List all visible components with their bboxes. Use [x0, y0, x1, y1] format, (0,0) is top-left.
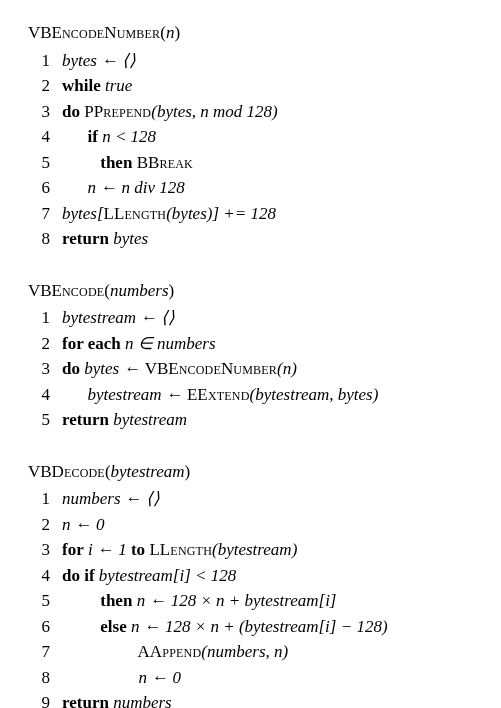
code-text: bytestream	[109, 410, 187, 429]
keyword: to	[131, 540, 145, 559]
keyword: return	[62, 410, 109, 429]
line-number: 6	[28, 175, 62, 201]
func-call: VBEncodeNumber	[145, 359, 277, 378]
keyword: then	[100, 153, 132, 172]
code-line: 6 n ← n div 128	[28, 175, 473, 201]
code-line: 4do if bytestream[i] < 128	[28, 563, 473, 589]
code-text: n ← 0	[139, 668, 182, 687]
code-line: 7bytes[LLength(bytes)] += 128	[28, 201, 473, 227]
code-line: 9return numbers	[28, 690, 473, 708]
arg: numbers	[110, 281, 169, 300]
line-number: 7	[28, 201, 62, 227]
code-text: bytes ←	[80, 359, 145, 378]
code-text: bytes[	[62, 204, 104, 223]
keyword: else	[100, 617, 126, 636]
line-number: 3	[28, 99, 62, 125]
algo-title: VBEncodeNumber(n)	[28, 20, 473, 46]
func-call: LLength	[104, 204, 167, 223]
line-number: 7	[28, 639, 62, 665]
code-text: (bytes)] += 128	[166, 204, 276, 223]
code-text: i ← 1	[84, 540, 131, 559]
code-line: 4 if n < 128	[28, 124, 473, 150]
code-line: 3for i ← 1 to LLength(bytestream)	[28, 537, 473, 563]
title-text: VBEncode	[28, 281, 104, 300]
code-text: (bytestream, bytes)	[250, 385, 379, 404]
code-line: 8return bytes	[28, 226, 473, 252]
keyword: do if	[62, 566, 95, 585]
code-line: 3do bytes ← VBEncodeNumber(n)	[28, 356, 473, 382]
code-text: (bytestream)	[212, 540, 297, 559]
code-line: 2while true	[28, 73, 473, 99]
func-call: LLength	[149, 540, 212, 559]
line-number: 1	[28, 305, 62, 331]
code-text: n < 128	[98, 127, 156, 146]
keyword: if	[88, 127, 98, 146]
line-number: 3	[28, 356, 62, 382]
algo-title: VBDecode(bytestream)	[28, 459, 473, 485]
line-number: 9	[28, 690, 62, 708]
line-number: 5	[28, 150, 62, 176]
arg: bytestream	[111, 462, 185, 481]
func-call: EExtend	[187, 385, 250, 404]
line-number: 8	[28, 226, 62, 252]
func-call: PPrepend	[84, 102, 151, 121]
line-number: 5	[28, 407, 62, 433]
code-text: bytes	[109, 229, 148, 248]
title-text: VBEncodeNumber	[28, 23, 160, 42]
keyword: for	[62, 540, 84, 559]
code-line: 5return bytestream	[28, 407, 473, 433]
line-number: 6	[28, 614, 62, 640]
code-line: 5 then BBreak	[28, 150, 473, 176]
arg: n	[166, 23, 175, 42]
code-text: n ← 0	[62, 515, 105, 534]
line-number: 2	[28, 512, 62, 538]
code-text: n ← 128 × n + bytestream[i]	[132, 591, 336, 610]
code-line: 4 bytestream ← EExtend(bytestream, bytes…	[28, 382, 473, 408]
keyword: then	[100, 591, 132, 610]
algorithm-vbencodenumber: VBEncodeNumber(n) 1bytes ← ⟨⟩ 2while tru…	[28, 20, 473, 252]
line-number: 2	[28, 73, 62, 99]
keyword: do	[62, 102, 80, 121]
func-call: BBreak	[137, 153, 193, 172]
code-line: 1bytes ← ⟨⟩	[28, 48, 473, 74]
code-line: 1numbers ← ⟨⟩	[28, 486, 473, 512]
code-text: numbers ← ⟨⟩	[62, 489, 160, 508]
title-text: VBDecode	[28, 462, 105, 481]
code-text: numbers	[109, 693, 172, 708]
code-text: bytestream ← ⟨⟩	[62, 308, 175, 327]
algorithm-vbdecode: VBDecode(bytestream) 1numbers ← ⟨⟩ 2n ← …	[28, 459, 473, 709]
line-number: 5	[28, 588, 62, 614]
code-line: 6 else n ← 128 × n + (bytestream[i] − 12…	[28, 614, 473, 640]
code-line: 3do PPrepend(bytes, n mod 128)	[28, 99, 473, 125]
line-number: 3	[28, 537, 62, 563]
code-text: (numbers, n)	[201, 642, 288, 661]
line-number: 8	[28, 665, 62, 691]
keyword: return	[62, 693, 109, 708]
code-text: n ∈ numbers	[121, 334, 216, 353]
code-line: 2for each n ∈ numbers	[28, 331, 473, 357]
code-text: n ← 128 × n + (bytestream[i] − 128)	[127, 617, 388, 636]
code-text: (n)	[277, 359, 297, 378]
line-number: 1	[28, 486, 62, 512]
line-number: 4	[28, 563, 62, 589]
code-line: 8 n ← 0	[28, 665, 473, 691]
code-text: (bytes, n mod 128)	[151, 102, 278, 121]
code-line: 5 then n ← 128 × n + bytestream[i]	[28, 588, 473, 614]
code-line: 2n ← 0	[28, 512, 473, 538]
keyword: do	[62, 359, 80, 378]
code-text: bytestream[i] < 128	[95, 566, 237, 585]
line-number: 2	[28, 331, 62, 357]
code-line: 1bytestream ← ⟨⟩	[28, 305, 473, 331]
code-text: bytestream ←	[88, 385, 187, 404]
line-number: 4	[28, 382, 62, 408]
line-number: 4	[28, 124, 62, 150]
code-text: n ← n div 128	[88, 178, 185, 197]
algo-title: VBEncode(numbers)	[28, 278, 473, 304]
keyword: return	[62, 229, 109, 248]
line-number: 1	[28, 48, 62, 74]
code-text: bytes ← ⟨⟩	[62, 51, 136, 70]
code-text: true	[101, 76, 133, 95]
code-line: 7 AAppend(numbers, n)	[28, 639, 473, 665]
func-call: AAppend	[138, 642, 202, 661]
keyword: for each	[62, 334, 121, 353]
